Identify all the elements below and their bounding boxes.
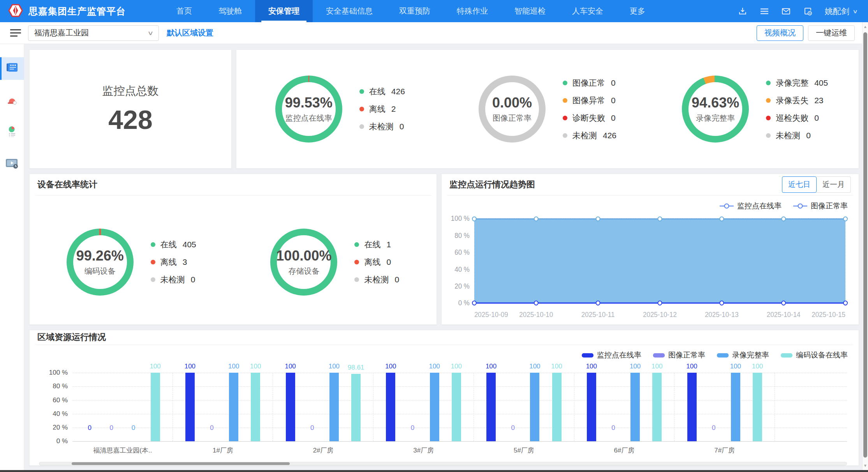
bar-group: 1000100100 [173,373,273,441]
chart-legend-item[interactable]: 图像正常率 [793,201,848,211]
trend-tabs: 近七日近一月 [782,176,851,193]
horizontal-scrollbar[interactable] [39,462,847,465]
bar-slot: 100 [386,373,395,441]
bar-value-label: 0 [210,424,213,432]
line-circle-marker-icon [720,206,734,206]
chart-legend-item[interactable]: 编码设备在线率 [781,350,848,360]
legend-value: 0 [394,275,399,284]
sidebar-item-alarm[interactable] [0,89,24,112]
bar [430,373,439,441]
default-region-link[interactable]: 默认区域设置 [167,28,213,38]
legend-series-name: 监控点在线率 [737,201,782,211]
sidebar-item-report-pie[interactable] [0,121,24,144]
legend-label: 未检测 [160,274,185,285]
line-circle-marker-icon [793,206,807,206]
chart-legend-item[interactable]: 图像正常率 [653,350,705,360]
nav-item[interactable]: 智能巡检 [501,0,559,22]
donut-center: 100.00%存储设备 [277,235,331,289]
bar-yaxis: 100 %80 %60 %40 %20 %0 % [39,373,72,441]
trend-chart: 0 %20 %40 %60 %80 %100 %2025-10-092025-1… [442,211,859,324]
donut-legend: 录像完整405录像丢失23巡检失败0未检测0 [766,77,828,141]
svg-text:40 %: 40 % [454,265,470,273]
legend-dot-icon [151,277,155,282]
svg-text:80 %: 80 % [454,231,470,240]
legend-dot-icon [354,260,359,264]
legend-value: 405 [814,78,828,88]
region-select[interactable]: 福清思嘉工业园 ∨ [28,25,159,41]
region-resources-card: 区域资源运行情况 监控点在线率图像正常率录像完整率编码设备在线率 100 %80… [29,330,859,466]
region-select-value: 福清思嘉工业园 [34,28,89,38]
nav-item[interactable]: 安全基础信息 [313,0,386,22]
alarm-icon [6,94,18,107]
chart-legend-item[interactable]: 监控点在线率 [720,201,782,211]
chart-legend-item[interactable]: 录像完整率 [717,350,769,360]
legend-value: 3 [183,257,187,267]
legend-dot-icon [766,98,771,103]
nav-item[interactable]: 更多 [616,0,658,22]
toolbar: 福清思嘉工业园 ∨ 默认区域设置 视频概况 一键运维 [0,22,868,44]
menu-lines-icon[interactable] [759,6,769,16]
scroll-up-arrow-icon[interactable]: ▲ [863,25,868,29]
legend-item: 图像正常0 [563,77,616,88]
legend-label: 诊断失败 [572,113,605,123]
video-overview-button[interactable]: 视频概况 [757,25,803,41]
bar [652,373,662,441]
nav-item[interactable]: 安保管理 [255,0,313,22]
trend-card-title: 监控点运行情况趋势图 [449,179,535,190]
chevron-down-icon: ∨ [852,8,858,14]
scroll-down-arrow-icon[interactable]: ▼ [863,463,868,468]
trend-chart-svg: 0 %20 %40 %60 %80 %100 %2025-10-092025-1… [446,212,854,322]
mail-icon[interactable] [781,6,791,16]
user-menu[interactable]: 姚配剑 ∨ [825,6,857,17]
donut-center: 99.26%编码设备 [73,235,127,289]
svg-text:60 %: 60 % [454,248,470,257]
bar-slot: 0 [129,373,138,441]
donut-center: 99.53%监控点在线率 [282,82,336,136]
bar-slot: 0 [609,373,618,441]
nav-item[interactable]: 特殊作业 [444,0,501,22]
bar-xlabels: 福清思嘉工业园(本..1#厂房2#厂房3#厂房5#厂房6#厂房7#厂房 [30,446,859,455]
bar-group: 1000100100 [373,373,474,441]
bar-chart: 100 %80 %60 %40 %20 %0 % 000100100010010… [30,373,859,441]
collapse-menu-icon[interactable] [10,29,22,37]
bar-group: 1000100100 [474,373,574,441]
donut-metric-label: 图像正常率 [493,113,532,123]
bar-value-label: 0 [611,424,615,432]
legend-series-name: 监控点在线率 [597,350,641,360]
svg-text:2025-10-09: 2025-10-09 [474,311,508,319]
bar-slot: 0 [508,373,518,441]
vertical-scrollbar-thumb[interactable] [863,32,867,458]
bar-slot: 0 [107,373,116,441]
report-clock-icon[interactable] [803,6,813,16]
bar-group: 1000100100 [574,373,674,441]
time-range-tab[interactable]: 近七日 [782,176,817,193]
nav-item[interactable]: 双重预防 [386,0,444,22]
legend-label: 图像正常 [572,77,605,88]
sidebar-item-monitor-wall[interactable] [0,57,24,80]
bar-slot: 100 [329,373,339,441]
nav-item[interactable]: 驾驶舱 [205,0,255,22]
legend-dot-icon [354,277,359,282]
download-icon[interactable] [738,6,748,16]
sidebar-item-video-diagnosis[interactable] [0,153,24,176]
donut-legend: 在线1离线0未检测0 [354,239,399,285]
bar [329,373,339,441]
x-axis-label: 6#厂房 [574,446,674,455]
donut-percentage: 99.53% [285,95,333,111]
horizontal-scrollbar-thumb[interactable] [72,462,290,465]
time-range-tab[interactable]: 近一月 [817,176,851,193]
y-axis-label: 40 % [53,410,68,418]
bar-slot: 100 [251,373,260,441]
trend-legend: 监控点在线率图像正常率 [442,195,859,211]
nav-item[interactable]: 人车安全 [559,0,616,22]
legend-item: 图像异常0 [563,95,616,106]
legend-value: 2 [391,104,396,114]
one-key-ops-button[interactable]: 一键运维 [808,25,855,41]
legend-label: 未检测 [364,274,389,285]
chart-legend-item[interactable]: 监控点在线率 [582,350,641,360]
bar [286,373,295,441]
vertical-scrollbar[interactable]: ▲ ▼ [862,22,868,470]
x-axis-label: 1#厂房 [173,446,273,455]
legend-item: 未检测0 [359,121,405,132]
nav-item[interactable]: 首页 [163,0,205,22]
